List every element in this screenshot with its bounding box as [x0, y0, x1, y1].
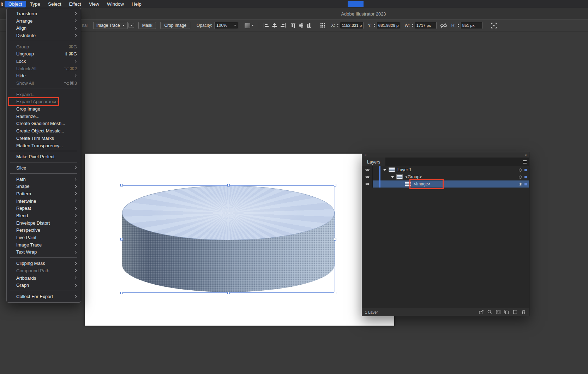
menu-item-ungroup[interactable]: Ungroup⇧⌘G — [7, 50, 81, 58]
menu-view[interactable]: View — [85, 1, 103, 7]
transform-options-icon[interactable] — [491, 23, 497, 29]
w-stepper[interactable] — [412, 24, 414, 27]
image-trace-dropdown[interactable]: Image Trace — [93, 22, 128, 29]
visibility-toggle[interactable] — [362, 166, 373, 173]
selection-handle-top-middle[interactable] — [227, 184, 230, 186]
visibility-toggle[interactable] — [362, 173, 373, 180]
target-circle-icon[interactable] — [519, 168, 522, 172]
selection-handle-top-right[interactable] — [334, 184, 336, 186]
menu-object[interactable]: Object — [5, 1, 26, 7]
selection-handle-bottom-left[interactable] — [120, 292, 123, 294]
layer-row-layer1[interactable]: Layer 1 — [362, 166, 529, 173]
selection-handle-middle-right[interactable] — [334, 238, 336, 241]
menu-item-create-gradient-mesh[interactable]: Create Gradient Mesh... — [7, 120, 81, 127]
opacity-label[interactable]: Opacity: — [197, 23, 212, 28]
selection-handle-bottom-right[interactable] — [334, 292, 336, 294]
menu-help[interactable]: Help — [128, 1, 145, 7]
menu-type[interactable]: Type — [26, 1, 44, 7]
menu-select[interactable]: Select — [44, 1, 65, 7]
expand-chevron-icon[interactable] — [391, 176, 394, 178]
collect-export-icon[interactable] — [479, 309, 484, 315]
layer-row-group[interactable]: <Group> — [362, 173, 529, 180]
visibility-toggle[interactable] — [362, 180, 373, 188]
menu-effect[interactable]: Effect — [65, 1, 85, 7]
expand-chevron-icon[interactable] — [383, 169, 386, 171]
menu-edit-partial[interactable]: it — [0, 1, 5, 7]
search-icon[interactable] — [487, 309, 492, 315]
menu-item-path[interactable]: Path — [7, 176, 81, 183]
menu-item-blend[interactable]: Blend — [7, 212, 81, 219]
menu-item-graph[interactable]: Graph — [7, 281, 81, 289]
mask-button[interactable]: Mask — [138, 22, 156, 29]
layer-row-image[interactable]: <Image> — [362, 180, 529, 188]
menu-item-pattern[interactable]: Pattern — [7, 190, 81, 197]
tab-layers[interactable]: Layers — [362, 158, 385, 166]
new-layer-icon[interactable] — [512, 309, 518, 315]
menu-item-envelope-distort[interactable]: Envelope Distort — [7, 219, 81, 227]
selection-handle-top-left[interactable] — [120, 184, 123, 186]
menu-item-arrange[interactable]: Arrange — [7, 17, 81, 25]
align-bottom-icon[interactable] — [306, 23, 311, 28]
menu-item-slice[interactable]: Slice — [7, 164, 81, 172]
new-sublayer-icon[interactable] — [504, 309, 509, 315]
selection-square-indicator[interactable] — [524, 176, 527, 178]
trash-icon[interactable] — [521, 309, 526, 315]
w-field[interactable]: 1717 px — [415, 22, 437, 29]
menu-item-crop-image[interactable]: Crop Image — [7, 105, 81, 113]
image-trace-presets-button[interactable] — [128, 23, 134, 28]
align-center-icon[interactable] — [272, 23, 277, 28]
selection-square-indicator[interactable] — [524, 183, 527, 185]
align-top-icon[interactable] — [291, 23, 296, 28]
menu-item-image-trace[interactable]: Image Trace — [7, 241, 81, 249]
selection-square-indicator[interactable] — [524, 169, 527, 171]
menu-item-repeat[interactable]: Repeat — [7, 205, 81, 212]
menu-item-artboards[interactable]: Artboards — [7, 274, 81, 282]
panel-menu-icon[interactable] — [523, 160, 527, 164]
h-stepper[interactable] — [457, 24, 460, 27]
layer-color-bar — [379, 173, 380, 180]
x-field[interactable]: 1152.331 p — [340, 22, 364, 29]
align-left-icon[interactable] — [263, 23, 269, 28]
menu-item-hide[interactable]: Hide — [7, 72, 81, 80]
panel-tab-bar: Layers — [362, 158, 529, 166]
clipping-mask-icon[interactable] — [496, 309, 501, 315]
menu-item-make-pixel-perfect[interactable]: Make Pixel Perfect — [7, 153, 81, 160]
menu-item-shape[interactable]: Shape — [7, 183, 81, 190]
layer-count: 1 Layer — [365, 310, 378, 314]
selected-image-object[interactable] — [122, 185, 335, 293]
menu-item-flatten-transparency[interactable]: Flatten Transparency... — [7, 142, 81, 149]
target-circle-selected-icon[interactable] — [519, 183, 522, 186]
menu-item-lock[interactable]: Lock — [7, 58, 81, 65]
menu-item-text-wrap[interactable]: Text Wrap — [7, 249, 81, 256]
panel-collapse-icon[interactable]: « — [525, 153, 527, 157]
constrain-proportions-icon[interactable] — [440, 23, 447, 28]
align-right-icon[interactable] — [280, 23, 286, 28]
menu-item-perspective[interactable]: Perspective — [7, 227, 81, 234]
menu-item-rasterize[interactable]: Rasterize... — [7, 113, 81, 120]
x-stepper[interactable] — [337, 24, 339, 27]
menu-item-distribute[interactable]: Distribute — [7, 32, 81, 39]
opacity-field[interactable]: 100% — [214, 22, 238, 29]
panel-close-icon[interactable]: × — [365, 153, 366, 157]
y-field[interactable]: 681.9829 p — [377, 22, 401, 29]
y-stepper[interactable] — [373, 24, 376, 27]
menu-item-collect-for-export[interactable]: Collect For Export — [7, 293, 81, 300]
menu-item-clipping-mask[interactable]: Clipping Mask — [7, 260, 81, 267]
menu-item-align[interactable]: Align — [7, 24, 81, 32]
menu-item-create-trim-marks[interactable]: Create Trim Marks — [7, 135, 81, 142]
selection-handle-bottom-middle[interactable] — [227, 292, 230, 294]
toolbar-separator — [259, 22, 259, 29]
menu-item-create-object-mosaic[interactable]: Create Object Mosaic... — [7, 127, 81, 135]
menu-item-transform[interactable]: Transform — [7, 10, 81, 17]
menu-window[interactable]: Window — [103, 1, 128, 7]
style-picker[interactable] — [245, 23, 254, 28]
target-circle-icon[interactable] — [519, 176, 522, 179]
menu-item-intertwine[interactable]: Intertwine — [7, 197, 81, 205]
crop-image-button[interactable]: Crop Image — [160, 22, 190, 29]
reference-point-icon[interactable] — [320, 23, 325, 28]
menu-item-live-paint[interactable]: Live Paint — [7, 234, 81, 241]
submenu-chevron-icon — [74, 269, 77, 272]
h-field[interactable]: 851 px — [461, 22, 482, 29]
selection-handle-middle-left[interactable] — [120, 238, 123, 241]
align-middle-icon[interactable] — [299, 23, 304, 28]
